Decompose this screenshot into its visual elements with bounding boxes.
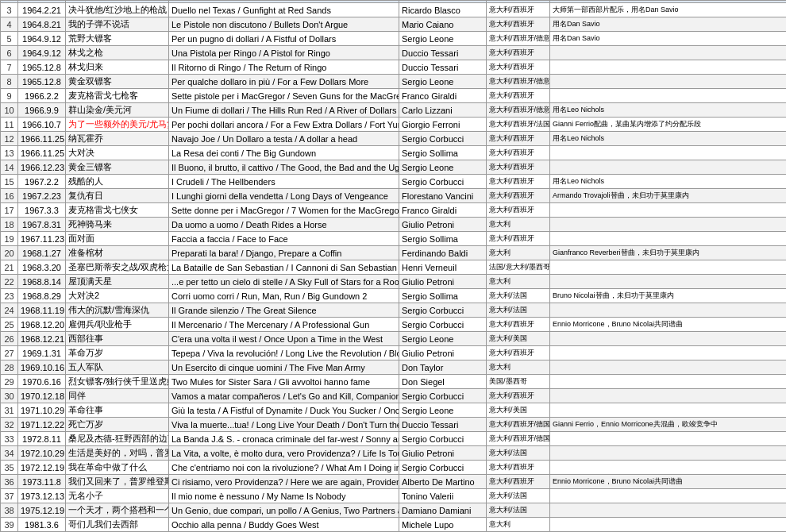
cell-year: 1964.8.21 <box>18 17 66 32</box>
cell-director: Sergio Corbucci <box>399 132 487 146</box>
cell-country: 意大利/西班牙/德意 <box>487 75 550 89</box>
cell-notes <box>550 203 787 218</box>
cell-director: Sergio Corbucci <box>399 432 487 446</box>
cell-cn-title: 烈女镖客/独行侠千里送虎妮 <box>66 375 169 389</box>
cell-director: Giorgio Ferroni <box>399 118 487 132</box>
cell-director: Sergio Leone <box>399 332 487 346</box>
cell-notes <box>550 218 787 232</box>
cell-num: 15 <box>1 175 18 189</box>
cell-director: Ricardo Blasco <box>399 3 487 17</box>
cell-en-title: La Banda J.& S. - cronaca criminale del … <box>169 432 399 446</box>
cell-director: Florestano Vancini <box>399 189 487 203</box>
cell-country: 意大利/西班牙 <box>487 132 550 146</box>
cell-cn-title: 革命万岁 <box>66 346 169 360</box>
cell-country: 意大利/法国 <box>487 446 550 461</box>
cell-num: 3 <box>1 3 18 17</box>
cell-director: Carlo Lizzani <box>399 103 487 118</box>
cell-en-title: La Resa dei conti / The Big Gundown <box>169 146 399 160</box>
cell-year: 1964.2.21 <box>18 3 66 17</box>
table-row: 171967.3.3麦克格雷戈七侠女Sette donne per i MacG… <box>1 203 787 218</box>
cell-cn-title: 纳瓦霍乔 <box>66 132 169 146</box>
cell-director: Damiano Damiani <box>399 503 487 518</box>
cell-notes: 用名Leo Nichols <box>550 103 787 118</box>
cell-cn-title: 我的子弹不说话 <box>66 17 169 32</box>
cell-director: Michele Lupo <box>399 518 487 532</box>
cell-num: 14 <box>1 160 18 175</box>
cell-en-title: Sette pistole per i MacGregor / Seven Gu… <box>169 89 399 103</box>
cell-notes: 用名Dan Savio <box>550 17 787 32</box>
cell-country: 意大利/法国 <box>487 489 550 503</box>
cell-year: 1965.12.8 <box>18 60 66 75</box>
cell-director: Don Siegel <box>399 375 487 389</box>
cell-year: 1971.10.29 <box>18 403 66 418</box>
cell-num: 17 <box>1 203 18 218</box>
cell-director: Giulio Petroni <box>399 346 487 360</box>
cell-country: 法国/意大利/墨西哥 <box>487 260 550 275</box>
cell-director: Duccio Tessari <box>399 60 487 75</box>
cell-year: 1970.12.18 <box>18 389 66 403</box>
cell-cn-title: 西部往事 <box>66 332 169 346</box>
cell-notes: Ennio Morricone，Bruno Nicolai共同谱曲 <box>550 475 787 489</box>
cell-notes: 大师第一部西部片配乐，用名Dan Savio <box>550 3 787 17</box>
cell-cn-title: 圣塞巴斯蒂安之战/双虎枪大追踪 <box>66 260 169 275</box>
cell-director: Sergio Leone <box>399 403 487 418</box>
cell-num: 33 <box>1 432 18 446</box>
cell-en-title: La Bataille de San Sebastian / I Cannoni… <box>169 260 399 275</box>
cell-country: 意大利/西班牙/德意 <box>487 32 550 46</box>
cell-notes <box>550 303 787 318</box>
cell-notes: Gianfranco Reverberi替曲，未归功于莫里康内 <box>550 246 787 260</box>
cell-en-title: Una Pistola per Ringo / A Pistol for Rin… <box>169 46 399 60</box>
cell-director: Sergio Leone <box>399 32 487 46</box>
cell-cn-title: 无名小子 <box>66 489 169 503</box>
cell-en-title: La Vita, a volte, è molto dura, vero Pro… <box>169 446 399 461</box>
cell-num: 4 <box>1 17 18 32</box>
cell-country: 意大利/西班牙 <box>487 189 550 203</box>
cell-en-title: Per pochi dollari ancora / For a Few Ext… <box>169 118 399 132</box>
cell-notes <box>550 332 787 346</box>
cell-cn-title: 荒野大镖客 <box>66 32 169 46</box>
cell-en-title: Occhio alla penna / Buddy Goes West <box>169 518 399 532</box>
cell-director: Giulio Petroni <box>399 218 487 232</box>
table-row: 101966.9.9群山染金/美元河Un Fiume di dollari / … <box>1 103 787 118</box>
cell-director: Giulio Petroni <box>399 275 487 289</box>
cell-country: 意大利 <box>487 518 550 532</box>
cell-director: Franco Giraldi <box>399 203 487 218</box>
cell-en-title: Il Ritorno di Ringo / The Return of Ring… <box>169 60 399 75</box>
cell-cn-title: 桑尼及杰德-狂野西部的边荒记录 <box>66 432 169 446</box>
cell-cn-title: 我们又回来了，普罗维登斯！ <box>66 475 169 489</box>
cell-notes <box>550 146 787 160</box>
cell-en-title: I Crudeli / The Hellbenders <box>169 175 399 189</box>
cell-cn-title: 革命往事 <box>66 403 169 418</box>
cell-notes: Ennio Morricone，Bruno Nicolai共同谱曲 <box>550 318 787 332</box>
cell-en-title: C'era una volta il west / Once Upon a Ti… <box>169 332 399 346</box>
table-row: 231968.8.29大对决2Corri uomo corri / Run, M… <box>1 289 787 303</box>
cell-year: 1981.3.6 <box>18 518 66 532</box>
cell-country: 意大利/西班牙 <box>487 17 550 32</box>
table-row: 261968.12.21西部往事C'era una volta il west … <box>1 332 787 346</box>
cell-country: 意大利/西班牙/法国/主国 <box>487 118 550 132</box>
cell-year: 1975.12.19 <box>18 503 66 518</box>
cell-cn-title: 面对面 <box>66 232 169 246</box>
cell-notes <box>550 375 787 389</box>
cell-year: 1966.11.25 <box>18 132 66 146</box>
cell-director: Henri Verneuil <box>399 260 487 275</box>
cell-cn-title: 我在革命中做了什么 <box>66 461 169 475</box>
cell-en-title: Corri uomo corri / Run, Man, Run / Big G… <box>169 289 399 303</box>
cell-en-title: I Lunghi giorni della vendetta / Long Da… <box>169 189 399 203</box>
cell-year: 1968.12.20 <box>18 318 66 332</box>
cell-country: 意大利/西班牙 <box>487 60 550 75</box>
cell-en-title: Un Esercito di cinque uomini / The Five … <box>169 360 399 375</box>
cell-notes <box>550 518 787 532</box>
cell-notes <box>550 232 787 246</box>
cell-country: 意大利/法国 <box>487 303 550 318</box>
cell-notes <box>550 275 787 289</box>
cell-en-title: Per un pugno di dollari / A Fistful of D… <box>169 32 399 46</box>
table-row: 211968.3.20圣塞巴斯蒂安之战/双虎枪大追踪La Bataille de… <box>1 260 787 275</box>
cell-country: 意大利 <box>487 275 550 289</box>
cell-num: 36 <box>1 475 18 489</box>
cell-director: Sergio Corbucci <box>399 389 487 403</box>
cell-notes <box>550 160 787 175</box>
cell-notes <box>550 503 787 518</box>
cell-country: 意大利/西班牙 <box>487 3 550 17</box>
cell-director: Sergio Sollima <box>399 289 487 303</box>
